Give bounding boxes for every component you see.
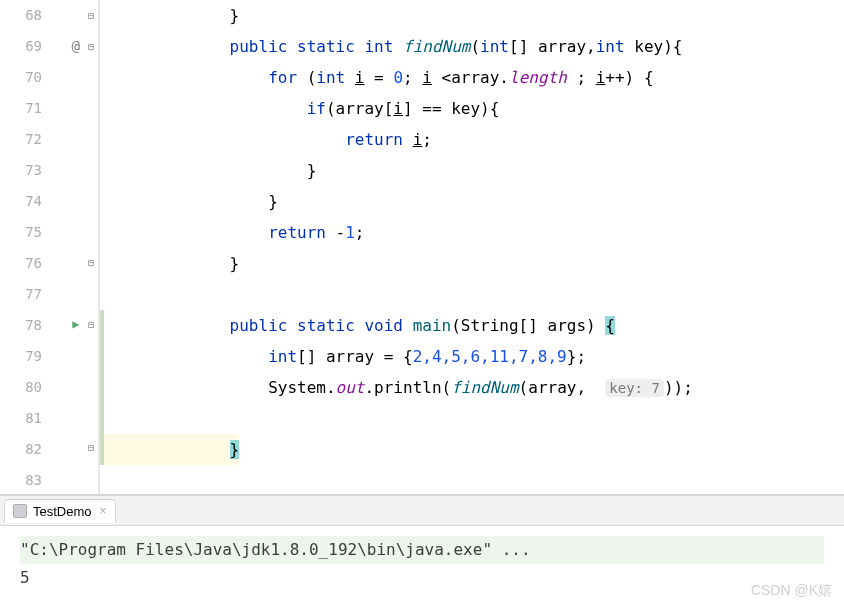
console-output[interactable]: "C:\Program Files\Java\jdk1.8.0_192\bin\…	[0, 526, 844, 608]
code-area[interactable]: } public static int findNum(int[] array,…	[100, 0, 844, 494]
line-number[interactable]: 69	[0, 31, 42, 62]
line-number[interactable]: 78	[0, 310, 42, 341]
fold-start-icon[interactable]: ⊟	[88, 309, 94, 340]
run-icon[interactable]: ▶	[72, 309, 79, 340]
line-number[interactable]: 77	[0, 279, 42, 310]
line-number[interactable]: 74	[0, 186, 42, 217]
tab-label: TestDemo	[33, 504, 92, 519]
line-number[interactable]: 76	[0, 248, 42, 279]
console-panel: TestDemo × "C:\Program Files\Java\jdk1.8…	[0, 495, 844, 608]
line-number-gutter: 68 69 70 71 72 73 74 75 76 77 78 79 80 8…	[0, 0, 50, 494]
line-number[interactable]: 80	[0, 372, 42, 403]
line-number[interactable]: 75	[0, 217, 42, 248]
line-number[interactable]: 83	[0, 465, 42, 496]
at-icon: @	[72, 31, 88, 62]
fold-end-icon[interactable]: ⊟	[88, 247, 94, 278]
line-number[interactable]: 70	[0, 62, 42, 93]
line-number[interactable]: 82	[0, 434, 42, 465]
fold-end-icon[interactable]: ⊟	[88, 432, 94, 463]
gutter-icons: ⊟ @⊟ ⊟ ▶ ⊟ ⊟	[50, 0, 100, 494]
console-result: 5	[20, 564, 824, 592]
console-tab[interactable]: TestDemo ×	[4, 499, 116, 523]
watermark: CSDN @K嬉	[751, 582, 832, 600]
fold-end-icon[interactable]: ⊟	[88, 0, 94, 31]
line-number[interactable]: 71	[0, 93, 42, 124]
run-config-icon	[13, 504, 27, 518]
line-number[interactable]: 73	[0, 155, 42, 186]
line-number[interactable]: 79	[0, 341, 42, 372]
line-number[interactable]: 68	[0, 0, 42, 31]
console-tab-bar: TestDemo ×	[0, 496, 844, 526]
editor-container: 68 69 70 71 72 73 74 75 76 77 78 79 80 8…	[0, 0, 844, 495]
close-icon[interactable]: ×	[100, 504, 107, 518]
line-number[interactable]: 72	[0, 124, 42, 155]
fold-start-icon[interactable]: ⊟	[88, 31, 94, 62]
console-command: "C:\Program Files\Java\jdk1.8.0_192\bin\…	[20, 536, 824, 564]
line-number[interactable]: 81	[0, 403, 42, 434]
